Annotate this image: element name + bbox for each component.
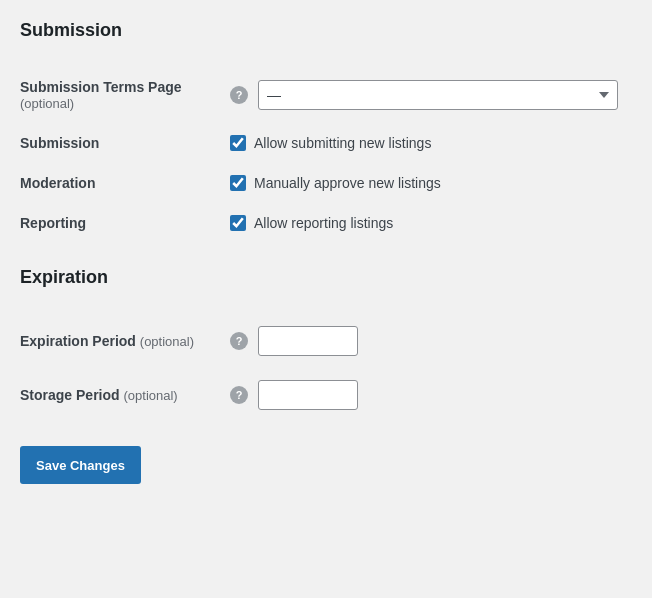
terms-page-field-row: ? — (230, 80, 632, 110)
expiration-period-help-icon[interactable]: ? (230, 332, 248, 350)
storage-period-help-icon[interactable]: ? (230, 386, 248, 404)
submission-form-table: Submission Terms Page (optional) ? — Sub… (20, 67, 632, 243)
storage-period-optional: (optional) (123, 388, 177, 403)
moderation-label: Moderation (20, 175, 95, 191)
submission-section-title: Submission (20, 20, 632, 49)
expiration-period-optional: (optional) (140, 334, 194, 349)
submission-checkbox[interactable] (230, 135, 246, 151)
storage-period-field-row: ? (230, 380, 632, 410)
storage-period-row: Storage Period (optional) ? (20, 368, 632, 422)
expiration-period-label: Expiration Period (20, 333, 136, 349)
terms-page-dropdown[interactable]: — (258, 80, 618, 110)
submission-checkbox-label: Allow submitting new listings (254, 135, 431, 151)
storage-period-input[interactable] (258, 380, 358, 410)
reporting-checkbox-label: Allow reporting listings (254, 215, 393, 231)
terms-page-label: Submission Terms Page (20, 79, 182, 95)
submission-checkbox-row: Allow submitting new listings (230, 135, 632, 151)
expiration-section-title: Expiration (20, 267, 632, 296)
moderation-checkbox-label: Manually approve new listings (254, 175, 441, 191)
terms-page-optional: (optional) (20, 96, 74, 111)
reporting-row: Reporting Allow reporting listings (20, 203, 632, 243)
moderation-checkbox[interactable] (230, 175, 246, 191)
terms-page-help-icon[interactable]: ? (230, 86, 248, 104)
terms-page-row: Submission Terms Page (optional) ? — (20, 67, 632, 123)
reporting-checkbox[interactable] (230, 215, 246, 231)
save-changes-button[interactable]: Save Changes (20, 446, 141, 484)
expiration-period-row: Expiration Period (optional) ? (20, 314, 632, 368)
storage-period-label: Storage Period (20, 387, 120, 403)
expiration-period-input[interactable] (258, 326, 358, 356)
submission-label: Submission (20, 135, 99, 151)
expiration-form-table: Expiration Period (optional) ? Storage P… (20, 314, 632, 422)
reporting-checkbox-row: Allow reporting listings (230, 215, 632, 231)
moderation-checkbox-row: Manually approve new listings (230, 175, 632, 191)
moderation-row: Moderation Manually approve new listings (20, 163, 632, 203)
submission-row: Submission Allow submitting new listings (20, 123, 632, 163)
expiration-period-field-row: ? (230, 326, 632, 356)
reporting-label: Reporting (20, 215, 86, 231)
